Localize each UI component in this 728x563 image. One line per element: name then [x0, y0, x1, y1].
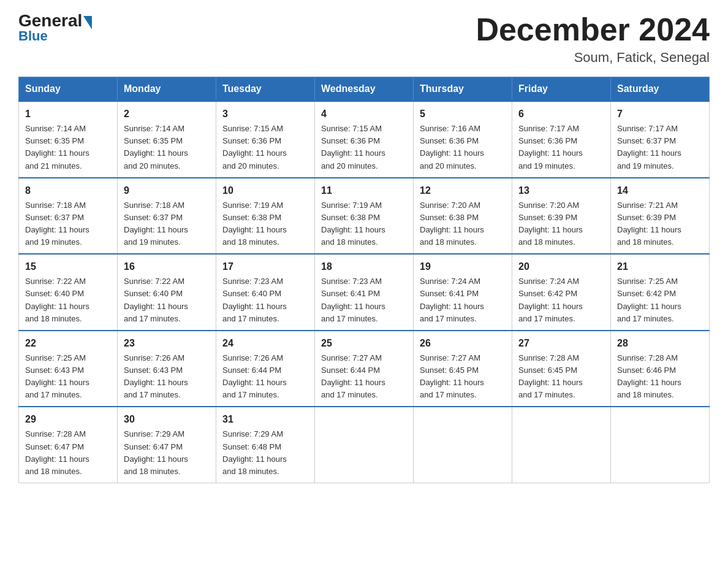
logo-triangle-icon [83, 16, 92, 29]
calendar-cell: 24Sunrise: 7:26 AMSunset: 6:44 PMDayligh… [216, 331, 315, 407]
day-number: 14 [617, 183, 703, 198]
weekday-header-friday: Friday [512, 77, 611, 102]
calendar-cell [512, 407, 611, 483]
day-info: Sunrise: 7:26 AMSunset: 6:44 PMDaylight:… [222, 352, 308, 402]
calendar-cell: 17Sunrise: 7:23 AMSunset: 6:40 PMDayligh… [216, 254, 315, 331]
day-number: 5 [420, 107, 506, 121]
calendar-cell: 4Sunrise: 7:15 AMSunset: 6:36 PMDaylight… [315, 101, 414, 178]
calendar-cell: 1Sunrise: 7:14 AMSunset: 6:35 PMDaylight… [19, 101, 118, 178]
day-info: Sunrise: 7:14 AMSunset: 6:35 PMDaylight:… [124, 123, 210, 172]
calendar-cell: 30Sunrise: 7:29 AMSunset: 6:47 PMDayligh… [118, 407, 216, 483]
day-number: 16 [124, 259, 210, 274]
day-number: 13 [518, 183, 604, 198]
day-number: 31 [222, 412, 308, 427]
calendar-cell: 13Sunrise: 7:20 AMSunset: 6:39 PMDayligh… [512, 178, 611, 255]
calendar-cell [315, 407, 414, 483]
calendar-cell: 28Sunrise: 7:28 AMSunset: 6:46 PMDayligh… [611, 331, 710, 407]
calendar-cell: 7Sunrise: 7:17 AMSunset: 6:37 PMDaylight… [611, 101, 710, 178]
day-number: 12 [420, 183, 506, 198]
weekday-header-sunday: Sunday [19, 77, 118, 102]
calendar-body: 1Sunrise: 7:14 AMSunset: 6:35 PMDaylight… [19, 101, 710, 483]
logo-general-text: General [18, 12, 82, 29]
day-info: Sunrise: 7:16 AMSunset: 6:36 PMDaylight:… [420, 123, 506, 172]
day-number: 23 [124, 336, 210, 351]
day-info: Sunrise: 7:28 AMSunset: 6:47 PMDaylight:… [25, 428, 111, 478]
day-number: 1 [25, 107, 111, 121]
day-info: Sunrise: 7:26 AMSunset: 6:43 PMDaylight:… [124, 352, 210, 402]
day-info: Sunrise: 7:25 AMSunset: 6:43 PMDaylight:… [25, 352, 111, 402]
weekday-header-thursday: Thursday [414, 77, 512, 102]
calendar-cell: 29Sunrise: 7:28 AMSunset: 6:47 PMDayligh… [19, 407, 118, 483]
calendar-cell: 18Sunrise: 7:23 AMSunset: 6:41 PMDayligh… [315, 254, 414, 331]
day-info: Sunrise: 7:24 AMSunset: 6:42 PMDaylight:… [518, 275, 604, 325]
day-info: Sunrise: 7:22 AMSunset: 6:40 PMDaylight:… [124, 275, 210, 325]
day-info: Sunrise: 7:17 AMSunset: 6:37 PMDaylight:… [617, 123, 703, 172]
calendar-cell: 6Sunrise: 7:17 AMSunset: 6:36 PMDaylight… [512, 101, 611, 178]
weekday-header-wednesday: Wednesday [315, 77, 414, 102]
day-info: Sunrise: 7:15 AMSunset: 6:36 PMDaylight:… [321, 123, 407, 172]
day-info: Sunrise: 7:23 AMSunset: 6:40 PMDaylight:… [222, 275, 308, 325]
day-number: 24 [222, 336, 308, 351]
day-info: Sunrise: 7:19 AMSunset: 6:38 PMDaylight:… [222, 199, 308, 249]
day-number: 7 [617, 107, 703, 121]
day-info: Sunrise: 7:27 AMSunset: 6:44 PMDaylight:… [321, 352, 407, 402]
calendar-cell: 8Sunrise: 7:18 AMSunset: 6:37 PMDaylight… [19, 178, 118, 255]
page-header: General Blue December 2024 Soum, Fatick,… [18, 12, 710, 66]
calendar-cell: 23Sunrise: 7:26 AMSunset: 6:43 PMDayligh… [118, 331, 216, 407]
weekday-header-saturday: Saturday [611, 77, 710, 102]
day-number: 20 [518, 259, 604, 274]
day-number: 9 [124, 183, 210, 198]
week-row-2: 8Sunrise: 7:18 AMSunset: 6:37 PMDaylight… [19, 178, 710, 255]
calendar-cell: 25Sunrise: 7:27 AMSunset: 6:44 PMDayligh… [315, 331, 414, 407]
title-block: December 2024 Soum, Fatick, Senegal [476, 12, 710, 66]
day-info: Sunrise: 7:29 AMSunset: 6:47 PMDaylight:… [124, 428, 210, 478]
day-info: Sunrise: 7:28 AMSunset: 6:46 PMDaylight:… [617, 352, 703, 402]
day-number: 6 [518, 107, 604, 121]
calendar-cell: 5Sunrise: 7:16 AMSunset: 6:36 PMDaylight… [414, 101, 512, 178]
calendar-cell: 3Sunrise: 7:15 AMSunset: 6:36 PMDaylight… [216, 101, 315, 178]
logo-blue-text: Blue [18, 28, 92, 44]
day-info: Sunrise: 7:24 AMSunset: 6:41 PMDaylight:… [420, 275, 506, 325]
calendar-cell [414, 407, 512, 483]
logo: General Blue [18, 12, 92, 44]
day-number: 15 [25, 259, 111, 274]
day-number: 4 [321, 107, 407, 121]
month-title: December 2024 [476, 12, 710, 47]
weekday-header-tuesday: Tuesday [216, 77, 315, 102]
day-info: Sunrise: 7:20 AMSunset: 6:39 PMDaylight:… [518, 199, 604, 249]
day-number: 28 [617, 336, 703, 351]
day-number: 2 [124, 107, 210, 121]
day-number: 18 [321, 259, 407, 274]
day-info: Sunrise: 7:18 AMSunset: 6:37 PMDaylight:… [124, 199, 210, 249]
day-number: 10 [222, 183, 308, 198]
day-number: 19 [420, 259, 506, 274]
day-info: Sunrise: 7:27 AMSunset: 6:45 PMDaylight:… [420, 352, 506, 402]
calendar-cell: 12Sunrise: 7:20 AMSunset: 6:38 PMDayligh… [414, 178, 512, 255]
day-number: 17 [222, 259, 308, 274]
week-row-3: 15Sunrise: 7:22 AMSunset: 6:40 PMDayligh… [19, 254, 710, 331]
day-number: 8 [25, 183, 111, 198]
calendar-cell: 20Sunrise: 7:24 AMSunset: 6:42 PMDayligh… [512, 254, 611, 331]
calendar-cell: 10Sunrise: 7:19 AMSunset: 6:38 PMDayligh… [216, 178, 315, 255]
calendar-cell: 22Sunrise: 7:25 AMSunset: 6:43 PMDayligh… [19, 331, 118, 407]
calendar-table: SundayMondayTuesdayWednesdayThursdayFrid… [18, 77, 710, 483]
calendar-cell: 26Sunrise: 7:27 AMSunset: 6:45 PMDayligh… [414, 331, 512, 407]
calendar-header: SundayMondayTuesdayWednesdayThursdayFrid… [19, 77, 710, 102]
calendar-cell: 19Sunrise: 7:24 AMSunset: 6:41 PMDayligh… [414, 254, 512, 331]
calendar-cell: 14Sunrise: 7:21 AMSunset: 6:39 PMDayligh… [611, 178, 710, 255]
day-info: Sunrise: 7:17 AMSunset: 6:36 PMDaylight:… [518, 123, 604, 172]
day-info: Sunrise: 7:29 AMSunset: 6:48 PMDaylight:… [222, 428, 308, 478]
day-info: Sunrise: 7:15 AMSunset: 6:36 PMDaylight:… [222, 123, 308, 172]
calendar-cell: 11Sunrise: 7:19 AMSunset: 6:38 PMDayligh… [315, 178, 414, 255]
calendar-cell [611, 407, 710, 483]
day-info: Sunrise: 7:28 AMSunset: 6:45 PMDaylight:… [518, 352, 604, 402]
calendar-cell: 9Sunrise: 7:18 AMSunset: 6:37 PMDaylight… [118, 178, 216, 255]
week-row-1: 1Sunrise: 7:14 AMSunset: 6:35 PMDaylight… [19, 101, 710, 178]
calendar-cell: 31Sunrise: 7:29 AMSunset: 6:48 PMDayligh… [216, 407, 315, 483]
day-info: Sunrise: 7:22 AMSunset: 6:40 PMDaylight:… [25, 275, 111, 325]
weekday-header-row: SundayMondayTuesdayWednesdayThursdayFrid… [19, 77, 710, 102]
week-row-5: 29Sunrise: 7:28 AMSunset: 6:47 PMDayligh… [19, 407, 710, 483]
day-info: Sunrise: 7:21 AMSunset: 6:39 PMDaylight:… [617, 199, 703, 249]
day-number: 22 [25, 336, 111, 351]
day-number: 3 [222, 107, 308, 121]
